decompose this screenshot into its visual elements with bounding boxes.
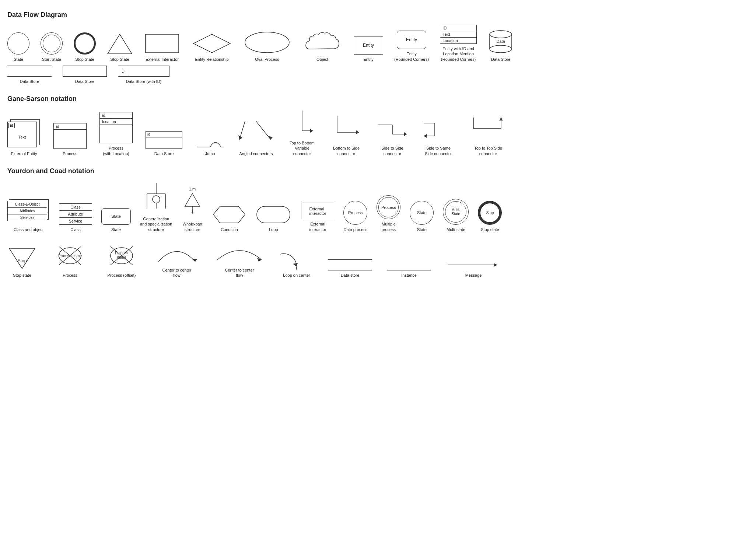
process-loc-shape: id location: [99, 112, 133, 143]
side-same-shape: [422, 114, 455, 143]
ds-gs-id: id: [146, 132, 182, 137]
ds-bordered-label: Data Store: [75, 79, 95, 84]
entity-id-text: Text: [440, 31, 476, 38]
gane-process-label: Process: [63, 151, 77, 156]
oval-shape: [243, 31, 291, 55]
ext-entity-name: Text: [18, 135, 26, 139]
loop-shape: [255, 204, 292, 225]
data-store-cyl-shape: Data: [488, 29, 514, 55]
start-state-label: Start State: [42, 57, 61, 62]
state-circle-shape: [7, 32, 29, 55]
yourdon-data-process: Process Data process: [343, 201, 367, 232]
svg-marker-32: [499, 118, 503, 120]
entity-id-location: Location: [440, 38, 476, 43]
dfd-row2: Data Store Data Store ID Data Store (wit…: [7, 66, 749, 84]
svg-text:Process: Process: [115, 251, 128, 255]
yourdon-row1: Class-&-Object Attributes Services Class…: [7, 181, 749, 232]
stop-state-thick-shape: [74, 32, 96, 55]
multiple-process-text: Process: [381, 205, 396, 210]
data-process-shape: Process: [343, 201, 367, 225]
yourdon-loop: Loop: [255, 204, 292, 232]
multiple-process-shape: Process: [377, 195, 400, 219]
gane-process: id Process: [53, 123, 87, 156]
shape-entity-id: ID Text Location Entity with ID andLocat…: [440, 25, 477, 62]
object-shape: [302, 29, 343, 55]
state-rect-text: State: [111, 214, 121, 218]
gane-ext-entity: id Text External Entity: [7, 119, 41, 156]
entity-rel-label: Entity Relationship: [195, 57, 228, 62]
data-process-text: Process: [348, 210, 363, 215]
center-flow1-shape: [155, 239, 199, 265]
co-f1: Class-&-Object: [8, 201, 47, 208]
shape-state: State: [7, 32, 29, 62]
entity-id-id: ID: [440, 25, 476, 31]
svg-rect-44: [257, 206, 290, 223]
yourdon-class: Class Attribute Service Class: [59, 203, 92, 232]
start-state-shape: [41, 32, 63, 55]
svg-marker-2: [193, 34, 230, 53]
process-id: id: [54, 123, 86, 130]
multistate-label: Multi-state: [447, 227, 465, 232]
process-loc-id: id: [100, 112, 132, 119]
process-shape: id: [53, 123, 87, 149]
ds-gs-body: [146, 137, 182, 148]
yourdon-process-offset-label: Process (offset): [108, 273, 136, 278]
shape-start-state: Start State: [41, 32, 63, 62]
shape-entity-rounded: Entity Entity(Rounded Corners): [394, 31, 429, 62]
ds-id-shape: ID: [118, 66, 169, 77]
gane-side-same-label: Side to SameSide connector: [425, 146, 452, 156]
shape-oval: Oval Process: [243, 31, 291, 62]
ext-interactor-rect-shape: Externalinteractor: [301, 203, 334, 219]
yourdon-stop-state-label: Stop state: [481, 227, 499, 232]
shape-data-store-cyl: Data Data Store: [488, 29, 514, 62]
ds-id-label: Data Store (with ID): [126, 79, 162, 84]
ext-entity-wrapper: id Text: [7, 119, 41, 149]
entity-id-label: Entity with ID andLocation Mention(Round…: [441, 46, 476, 62]
yourdon-center-flow1: Center to centerflow: [155, 239, 199, 278]
ext-interactor-label: External Interactor: [146, 57, 179, 62]
svg-marker-24: [404, 132, 407, 136]
gane-side-side: Side to Sideconnector: [376, 114, 409, 156]
class-label: Class: [70, 227, 81, 232]
yourdon-row2: Stop Stop state Process name Process Pro…: [7, 239, 749, 278]
process-loc-loc: location: [100, 119, 132, 125]
svg-rect-1: [146, 34, 179, 53]
yourdon-state-label: State: [111, 227, 121, 232]
gane-top-top-label: Top to Top Sideconnector: [474, 146, 502, 156]
co-f3: Services: [8, 214, 47, 221]
yourdon-process-star-label: Process: [63, 273, 77, 278]
condition-shape: [213, 204, 246, 225]
process-star-shape: Process name: [52, 241, 88, 270]
gane-jump: Jump: [195, 134, 225, 156]
svg-marker-17: [310, 129, 313, 133]
shape-stop-state-thick: Stop State: [74, 32, 96, 62]
stop-state-tri-shape: [107, 32, 133, 55]
entity-shape: Entity: [354, 36, 383, 55]
entity-rounded-label: Entity(Rounded Corners): [394, 51, 429, 62]
svg-point-7: [490, 45, 512, 53]
yourdon-whole-part: 1,m 1 Whole-partstructure: [181, 186, 203, 232]
state-circle2-text: State: [417, 210, 427, 215]
svg-point-35: [153, 196, 160, 203]
shape-ds-bordered: Data Store: [63, 66, 107, 84]
svg-text:1: 1: [191, 209, 193, 213]
shape-entity: Entity Entity: [354, 36, 383, 62]
gane-jump-label: Jump: [205, 151, 215, 156]
gane-bottom-side-label: Bottom to Sideconnector: [333, 146, 360, 156]
gane-angled: Angled connectors: [238, 119, 274, 156]
gane-process-loc: id location Process(with Location): [99, 112, 133, 156]
dfd-section: Data Flow Diagram State Start State Stop…: [7, 11, 749, 84]
entity-rel-shape: [192, 32, 232, 55]
process-loc-name: [100, 125, 132, 143]
stop-state-thick-label: Stop State: [75, 57, 94, 62]
shape-object: Object: [302, 29, 343, 62]
class-shape: Class Attribute Service: [59, 203, 92, 225]
svg-marker-0: [108, 34, 132, 54]
yourdon-multiple-process: Process Multipleprocess: [377, 195, 400, 232]
co-wrapper: Class-&-Object Attributes Services Class…: [7, 201, 50, 221]
ext-entity-id-badge: id: [8, 123, 15, 128]
svg-text:1,m: 1,m: [189, 187, 196, 191]
ext-entity-front: id Text: [7, 122, 37, 147]
svg-text:Process name: Process name: [58, 254, 82, 258]
gane-title: Gane-Sarson notation: [7, 95, 749, 103]
